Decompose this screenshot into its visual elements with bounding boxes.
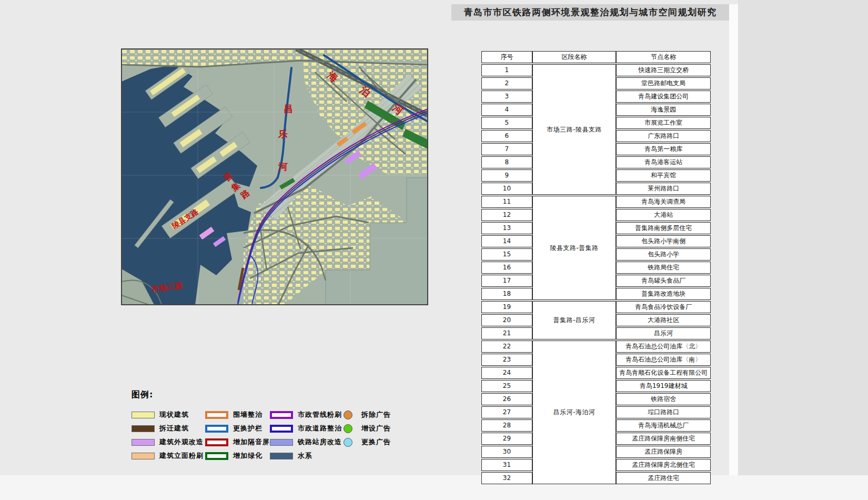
- cell-node: 青岛海清机械总厂: [616, 419, 711, 432]
- legend-label: 更换广告: [361, 437, 391, 447]
- cell-node: 大港路社区: [616, 314, 711, 326]
- legend-item: 更换广告: [343, 435, 391, 449]
- fill-swatch-icon: [270, 439, 293, 446]
- cell-node: 青岛建设集团公司: [616, 91, 711, 103]
- cell-node: 埕口路路口: [616, 406, 711, 418]
- header-node: 节点名称: [616, 51, 711, 63]
- cell-node: 青岛石油总公司油库〈北〉: [616, 341, 711, 353]
- legend-label: 更换护栏: [233, 424, 263, 433]
- cell-node: 铁路局住宅: [616, 262, 711, 274]
- planning-map: 海 泊 河 昌 乐 河 普 集 路 陵县支路 市场三路: [121, 48, 428, 305]
- legend-column: 拆除广告增设广告更换广告: [343, 408, 391, 463]
- table-row: 1市场三路-陵县支路快速路三期立交桥: [481, 64, 711, 76]
- outline-swatch-icon: [205, 425, 228, 433]
- cell-no: 21: [481, 327, 532, 339]
- cell-node: 青岛海关调查局: [616, 196, 711, 208]
- legend-label: 建筑立面粉刷: [159, 451, 204, 461]
- report-page: 青岛市市区铁路两侧环境景观整治规划与城市空间规划研究: [0, 0, 868, 500]
- outline-swatch-icon: [205, 452, 228, 460]
- cell-no: 12: [481, 209, 532, 221]
- legend-item: 围墙整治: [205, 408, 270, 422]
- legend-label: 拆迁建筑: [159, 424, 189, 433]
- legend-item: 拆迁建筑: [132, 422, 205, 435]
- table-header-row: 序号 区段名称 节点名称: [481, 51, 711, 63]
- legend-column: 市政管线粉刷市政道路整治铁路站房改造水系: [270, 408, 343, 463]
- legend-item: 增加绿化: [205, 449, 270, 463]
- legend-item: 拆除广告: [343, 408, 391, 422]
- cell-no: 25: [481, 380, 532, 392]
- legend-column: 围墙整治更换护栏增加隔音屏增加绿化: [205, 408, 270, 463]
- cell-node: 青岛石油总公司油库〈南〉: [616, 354, 711, 366]
- legend-item: 铁路站房改造: [270, 435, 343, 449]
- cell-no: 6: [481, 130, 532, 142]
- cell-node: 青岛第一粮库: [616, 143, 711, 155]
- map-label-chang: 昌: [284, 103, 293, 114]
- node-table-body: 1市场三路-陵县支路快速路三期立交桥2堂邑路邮电支局3青岛建设集团公司4海逸景园…: [481, 64, 711, 484]
- cell-node: 市展览工作室: [616, 117, 711, 129]
- cell-no: 11: [481, 196, 532, 208]
- legend-item: 更换护栏: [205, 422, 270, 435]
- legend-column: 现状建筑拆迁建筑建筑外观改造建筑立面粉刷: [132, 408, 205, 463]
- cell-no: 8: [481, 156, 532, 168]
- cell-node: 孟庄路住宅: [616, 472, 711, 484]
- map-label-le: 乐: [278, 128, 288, 139]
- legend-label: 市政管线粉刷: [298, 410, 342, 419]
- fill-swatch-icon: [132, 425, 155, 432]
- legend-item: 增加隔音屏: [205, 435, 270, 449]
- cell-node: 铁路宿舍: [616, 393, 711, 405]
- cell-node: 广东路路口: [616, 130, 711, 142]
- outline-swatch-icon: [205, 411, 228, 419]
- cell-node: 堂邑路邮电支局: [616, 77, 711, 89]
- cell-section: 陵县支路-普集路: [532, 196, 616, 300]
- node-table: 序号 区段名称 节点名称 1市场三路-陵县支路快速路三期立交桥2堂邑路邮电支局3…: [481, 50, 711, 485]
- cell-node: 和平宾馆: [616, 169, 711, 182]
- cell-no: 4: [481, 104, 532, 116]
- header-no: 序号: [481, 51, 532, 63]
- cell-no: 2: [481, 77, 532, 89]
- cell-node: 快速路三期立交桥: [616, 64, 711, 76]
- map-svg: 海 泊 河 昌 乐 河 普 集 路 陵县支路 市场三路: [122, 49, 428, 305]
- table-row: 22昌乐河-海泊河青岛石油总公司油库〈北〉: [481, 341, 711, 353]
- cell-no: 16: [481, 262, 532, 274]
- cell-section: 市场三路-陵县支路: [532, 64, 616, 195]
- cell-node: 青岛1919建材城: [616, 380, 711, 392]
- cell-no: 31: [481, 459, 532, 471]
- cell-no: 17: [481, 275, 532, 287]
- outline-swatch-icon: [270, 411, 293, 419]
- cell-node: 普集路南侧多层住宅: [616, 222, 711, 234]
- cell-no: 13: [481, 222, 532, 234]
- cell-no: 19: [481, 301, 532, 313]
- cell-no: 29: [481, 433, 532, 445]
- cell-node: 昌乐河: [616, 327, 711, 339]
- outline-swatch-icon: [270, 425, 293, 433]
- legend-label: 现状建筑: [159, 410, 189, 419]
- legend-label: 拆除广告: [361, 410, 391, 419]
- table-row: 19普集路-昌乐河青岛食品冷饮设备厂: [481, 301, 711, 313]
- cell-node: 孟庄路保障房北侧住宅: [616, 459, 711, 471]
- legend-label: 增设广告: [361, 424, 391, 433]
- legend-title: 图例:: [132, 389, 391, 401]
- cell-node: 青岛罐头食品厂: [616, 275, 711, 287]
- cell-section: 普集路-昌乐河: [532, 301, 616, 339]
- page-title: 青岛市市区铁路两侧环境景观整治规划与城市空间规划研究: [464, 6, 717, 18]
- legend-label: 建筑外观改造: [159, 437, 204, 447]
- cell-no: 32: [481, 472, 532, 484]
- cell-no: 15: [481, 248, 532, 261]
- table-row: 11陵县支路-普集路青岛海关调查局: [481, 196, 711, 208]
- circle-swatch-icon: [344, 424, 352, 433]
- fill-swatch-icon: [132, 439, 155, 446]
- legend: 图例: 现状建筑拆迁建筑建筑外观改造建筑立面粉刷围墙整治更换护栏增加隔音屏增加绿…: [132, 389, 391, 463]
- fill-swatch-icon: [132, 412, 155, 418]
- cell-no: 5: [481, 117, 532, 129]
- cell-no: 22: [481, 341, 532, 353]
- cell-no: 27: [481, 406, 532, 418]
- title-band: 青岛市市区铁路两侧环境景观整治规划与城市空间规划研究: [451, 4, 729, 21]
- cell-no: 7: [481, 143, 532, 155]
- legend-label: 水系: [298, 451, 312, 461]
- cell-node: 普集路改造地块: [616, 288, 711, 300]
- cell-no: 10: [481, 183, 532, 195]
- cell-node: 大港站: [616, 209, 711, 221]
- fill-swatch-icon: [132, 453, 155, 459]
- cell-no: 18: [481, 288, 532, 300]
- legend-label: 增加隔音屏: [233, 437, 270, 447]
